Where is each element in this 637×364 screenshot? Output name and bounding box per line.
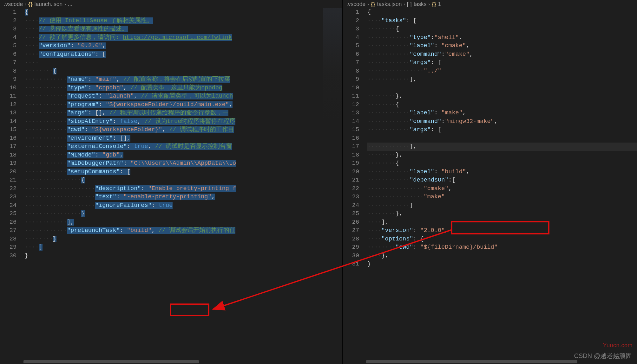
code-line[interactable]: ····"options": {: [367, 235, 637, 244]
chevron-icon: ›: [25, 2, 26, 7]
code-line[interactable]: ················{: [25, 176, 342, 185]
code-line[interactable]: ········"cwd": "${fileDirname}/build": [367, 243, 637, 252]
code-line[interactable]: }: [25, 252, 342, 260]
code-line[interactable]: ················"make": [367, 193, 637, 201]
code-line[interactable]: ············"program": "${workspaceFolde…: [25, 101, 342, 109]
breadcrumb-more[interactable]: ...: [68, 1, 73, 8]
code-line[interactable]: ········},: [367, 151, 637, 160]
watermark: CSDN @越老越顽固: [574, 352, 632, 360]
code-line[interactable]: ············"cwd": "${workspaceFolder}",…: [25, 126, 342, 134]
code-line[interactable]: ············"miDebuggerPath": "C:\\Users…: [25, 159, 342, 168]
code-line[interactable]: ····: [25, 59, 342, 67]
breadcrumb-obj[interactable]: 1: [438, 1, 441, 8]
code-line[interactable]: ········{: [367, 159, 637, 168]
code-line[interactable]: ············"name": "main", // 配置名称，将会在启…: [25, 75, 342, 84]
code-line[interactable]: ············"command":"mingw32-make",: [367, 118, 637, 126]
code-line[interactable]: [367, 134, 637, 143]
code-line[interactable]: ····// 使用 IntelliSense 了解相关属性。: [25, 17, 342, 25]
code-line[interactable]: ····"version": "0.2.0",: [25, 42, 342, 50]
horizontal-scrollbar[interactable]: [366, 360, 637, 364]
watermark: Yuucn.com: [603, 342, 633, 349]
code-editor[interactable]: 1234567891011121314151617181920212223242…: [0, 8, 342, 364]
code-line[interactable]: ············"environment": [],: [25, 134, 342, 143]
code-line[interactable]: ············"externalConsole": true, // …: [25, 143, 342, 151]
code-line[interactable]: ················"cmake",: [367, 185, 637, 193]
code-line[interactable]: ············"args": [: [367, 126, 637, 134]
code-line[interactable]: ············"args": [], // 程序调试时传递给程序的命令…: [25, 109, 342, 118]
code-line[interactable]: ····················"description": "Enab…: [25, 185, 342, 193]
code-line[interactable]: ····"configurations": [: [25, 50, 342, 59]
breadcrumb-array[interactable]: tasks: [414, 1, 427, 8]
code-content[interactable]: {····"tasks": [········{············"typ…: [366, 8, 637, 364]
code-line[interactable]: ····],: [367, 218, 637, 227]
json-icon: {}: [28, 1, 33, 8]
minimap[interactable]: [323, 8, 342, 119]
code-line[interactable]: ············"args": [: [367, 59, 637, 67]
breadcrumb[interactable]: .vscode › {} launch.json › ...: [0, 0, 342, 8]
code-line[interactable]: ············],: [25, 218, 342, 227]
code-line[interactable]: ········}: [25, 235, 342, 244]
scrollbar-thumb[interactable]: [23, 360, 199, 363]
code-line[interactable]: ············"label": "make",: [367, 109, 637, 118]
code-line[interactable]: ········{: [25, 67, 342, 76]
code-line[interactable]: ············"dependsOn":[: [367, 176, 637, 185]
breadcrumb-folder[interactable]: .vscode: [4, 1, 23, 8]
code-line[interactable]: {: [367, 8, 637, 17]
code-line[interactable]: [367, 84, 637, 93]
breadcrumb-folder[interactable]: .vscode: [346, 1, 365, 8]
code-line[interactable]: }: [367, 260, 637, 269]
code-line[interactable]: ····"version": "2.0.0",: [367, 227, 637, 235]
json-icon: {}: [371, 1, 375, 8]
code-line[interactable]: ········{: [367, 101, 637, 109]
code-line[interactable]: ····················"text": "-enable-pre…: [25, 193, 342, 201]
right-editor-pane: .vscode › {} tasks.json › [ ] tasks › {}…: [343, 0, 637, 364]
code-line[interactable]: {: [25, 8, 342, 17]
code-line[interactable]: ········{: [367, 25, 637, 34]
code-line[interactable]: ············"label": "build",: [367, 168, 637, 176]
chevron-icon: ›: [429, 2, 430, 7]
code-line[interactable]: ············"type":"shell",: [367, 34, 637, 42]
code-line[interactable]: ················}: [25, 210, 342, 218]
code-line[interactable]: ············"stopAtEntry": false, // 设为t…: [25, 118, 342, 126]
code-line[interactable]: ········},: [367, 210, 637, 218]
code-line[interactable]: ············],: [367, 143, 637, 151]
code-editor[interactable]: 1234567891011121314151617181920212223242…: [343, 8, 637, 364]
chevron-icon: ›: [404, 2, 405, 7]
json-icon: {}: [432, 1, 436, 8]
horizontal-scrollbar[interactable]: [23, 360, 342, 364]
code-line[interactable]: ····},: [367, 252, 637, 260]
code-line[interactable]: ············"label": "cmake",: [367, 42, 637, 50]
code-line[interactable]: ················"../": [367, 67, 637, 76]
code-line[interactable]: ····]: [25, 243, 342, 252]
code-line[interactable]: ············"command":"cmake",: [367, 50, 637, 59]
array-icon: [ ]: [407, 1, 412, 8]
line-number-gutter: 1234567891011121314151617181920212223242…: [343, 8, 366, 364]
code-line[interactable]: ············"setupCommands": [: [25, 168, 342, 176]
code-line[interactable]: ····················"ignoreFailures": tr…: [25, 201, 342, 210]
code-line[interactable]: ····// 欲了解更多信息，请访问: https://go.microsoft…: [25, 34, 342, 42]
code-line[interactable]: ············"request": "launch", // 请求配置…: [25, 92, 342, 101]
code-content[interactable]: {····// 使用 IntelliSense 了解相关属性。····// 悬停…: [23, 8, 342, 364]
chevron-icon: ›: [367, 2, 369, 7]
code-line[interactable]: ········},: [367, 92, 637, 101]
line-number-gutter: 1234567891011121314151617181920212223242…: [0, 8, 23, 364]
chevron-icon: ›: [64, 2, 66, 7]
left-editor-pane: .vscode › {} launch.json › ... 123456789…: [0, 0, 343, 364]
code-line[interactable]: ············"type": "cppdbg", // 配置类型，这里…: [25, 84, 342, 93]
code-line[interactable]: ············],: [367, 75, 637, 84]
code-line[interactable]: ············"MIMode": "gdb",: [25, 151, 342, 160]
scrollbar-thumb[interactable]: [366, 360, 577, 363]
breadcrumb-file[interactable]: tasks.json: [377, 1, 402, 8]
code-line[interactable]: ····"tasks": [: [367, 17, 637, 25]
code-line[interactable]: ····// 悬停以查看现有属性的描述。: [25, 25, 342, 34]
code-line[interactable]: ············"preLaunchTask": "build", //…: [25, 227, 342, 235]
breadcrumb-file[interactable]: launch.json: [35, 1, 63, 8]
breadcrumb[interactable]: .vscode › {} tasks.json › [ ] tasks › {}…: [343, 0, 637, 8]
code-line[interactable]: ············]: [367, 201, 637, 210]
